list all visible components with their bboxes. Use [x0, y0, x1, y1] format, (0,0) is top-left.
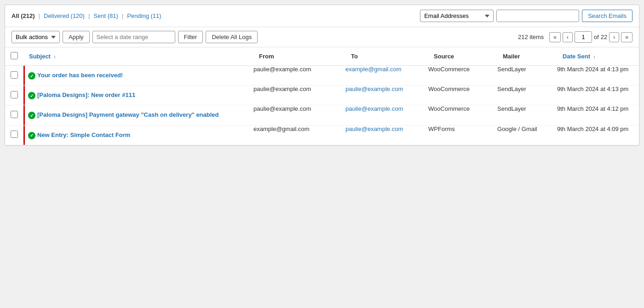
row-checkbox[interactable]: [11, 91, 18, 98]
row-checkbox-cell: [5, 66, 23, 86]
delete-all-button[interactable]: Delete All Logs: [206, 31, 258, 43]
row-source: WooCommerce: [428, 66, 497, 86]
status-icon: ✓: [28, 72, 35, 80]
row-subject-text[interactable]: Your order has been received!: [37, 71, 123, 80]
th-select-all[interactable]: [5, 47, 23, 66]
row-date-sent: 9th March 2024 at 4:09 pm: [557, 125, 639, 145]
action-bar-left: Bulk actions Delete Apply Filter Delete …: [12, 31, 258, 43]
filter-sent[interactable]: Sent (81): [93, 12, 118, 19]
pagination-controls: 212 items « ‹ of 22 › »: [518, 31, 632, 43]
row-source: WooCommerce: [428, 86, 497, 105]
date-range-input[interactable]: [92, 31, 175, 43]
search-button[interactable]: Search Emails: [582, 10, 632, 22]
th-from: From: [253, 47, 345, 66]
row-subject-cell: ✓[Paloma Designs]: New order #111: [23, 86, 253, 105]
filter-all[interactable]: All (212): [12, 12, 35, 19]
th-to: To: [345, 47, 428, 66]
select-all-checkbox[interactable]: [11, 52, 18, 59]
row-subject-text[interactable]: [Paloma Designs] Payment gateway "Cash o…: [37, 111, 219, 119]
date-sort-icon: ↕: [593, 54, 596, 59]
row-checkbox-cell: [5, 125, 23, 145]
status-icon: ✓: [28, 92, 35, 99]
row-mailer: SendLayer: [497, 66, 557, 86]
row-mailer: Google / Gmail: [497, 125, 557, 145]
filter-tabs: All (212) | Delivered (120) | Sent (81) …: [12, 12, 161, 19]
row-checkbox[interactable]: [11, 71, 18, 79]
subject-sort-icon: ↕: [54, 54, 56, 59]
row-to[interactable]: example@gmail.com: [345, 66, 428, 86]
row-date-sent: 9th March 2024 at 4:13 pm: [557, 86, 639, 105]
row-subject-text[interactable]: [Paloma Designs]: New order #111: [37, 91, 135, 99]
filter-pending[interactable]: Pending (11): [127, 12, 161, 19]
filter-button[interactable]: Filter: [178, 31, 203, 43]
row-from: paulie@example.com: [253, 66, 345, 86]
row-to-link[interactable]: paulie@example.com: [345, 86, 403, 92]
row-subject-cell: ✓[Paloma Designs] Payment gateway "Cash …: [23, 105, 253, 125]
items-count: 212 items: [518, 34, 544, 40]
row-to-link[interactable]: paulie@example.com: [345, 105, 403, 112]
row-subject-cell: ✓New Entry: Simple Contact Form: [23, 125, 253, 145]
row-to-link[interactable]: example@gmail.com: [345, 66, 402, 73]
row-checkbox-cell: [5, 105, 23, 125]
table-row: ✓New Entry: Simple Contact Formexample@g…: [5, 125, 639, 145]
pager-total-pages: 22: [601, 34, 607, 40]
filter-delivered[interactable]: Delivered (120): [44, 12, 85, 19]
row-to[interactable]: paulie@example.com: [345, 105, 428, 125]
th-date-sent[interactable]: Date Sent ↕: [557, 47, 639, 66]
row-source: WooCommerce: [428, 105, 497, 125]
row-subject-text[interactable]: New Entry: Simple Contact Form: [37, 131, 130, 139]
pager-prev[interactable]: ‹: [563, 32, 573, 42]
pager-of-label: of: [594, 34, 599, 40]
status-icon: ✓: [28, 112, 35, 119]
row-from: example@gmail.com: [253, 125, 345, 145]
row-checkbox[interactable]: [11, 131, 18, 138]
row-to[interactable]: paulie@example.com: [345, 86, 428, 105]
apply-button[interactable]: Apply: [63, 31, 90, 43]
pager-first[interactable]: «: [549, 32, 561, 42]
search-type-select[interactable]: Email Addresses: [420, 10, 494, 22]
row-subject-cell: ✓Your order has been received!: [23, 66, 253, 86]
row-to[interactable]: paulie@example.com: [345, 125, 428, 145]
row-from: paulie@example.com: [253, 105, 345, 125]
row-date-sent: 9th March 2024 at 4:12 pm: [557, 105, 639, 125]
bulk-actions-select[interactable]: Bulk actions Delete: [12, 31, 60, 43]
row-to-link[interactable]: paulie@example.com: [345, 125, 403, 132]
row-checkbox-cell: [5, 86, 23, 105]
search-area: Email Addresses Search Emails: [420, 10, 632, 22]
table-row: ✓Your order has been received!paulie@exa…: [5, 66, 639, 86]
table-row: ✓[Paloma Designs]: New order #111paulie@…: [5, 86, 639, 105]
status-icon: ✓: [28, 132, 35, 139]
table-row: ✓[Paloma Designs] Payment gateway "Cash …: [5, 105, 639, 125]
th-mailer: Mailer: [497, 47, 557, 66]
pager-last[interactable]: »: [621, 32, 632, 42]
row-source: WPForms: [428, 125, 497, 145]
search-input[interactable]: [496, 10, 579, 22]
row-mailer: SendLayer: [497, 105, 557, 125]
email-log-table: Subject ↕ From To Source Mailer Date Sen…: [5, 47, 639, 145]
pager-next[interactable]: ›: [609, 32, 619, 42]
row-date-sent: 9th March 2024 at 4:13 pm: [557, 66, 639, 86]
th-subject[interactable]: Subject ↕: [23, 47, 253, 66]
row-checkbox[interactable]: [11, 111, 18, 118]
row-from: paulie@example.com: [253, 86, 345, 105]
row-mailer: SendLayer: [497, 86, 557, 105]
pager-current-page[interactable]: [575, 31, 592, 43]
th-source: Source: [428, 47, 497, 66]
